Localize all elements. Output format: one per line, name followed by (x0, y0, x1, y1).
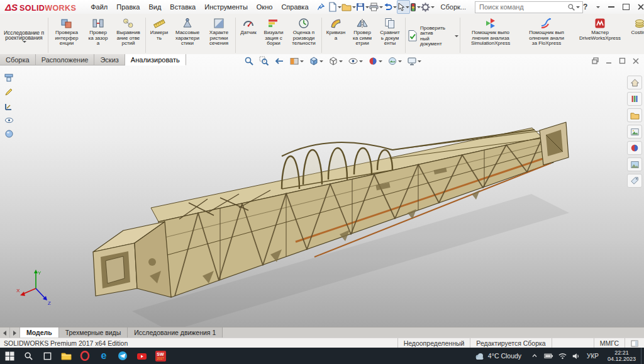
curvature-button[interactable]: Кривизн а (323, 15, 348, 55)
battery-icon[interactable] (541, 348, 555, 364)
mass-properties-icon (181, 16, 194, 30)
measure-icon (153, 16, 165, 30)
telegram-icon[interactable] (113, 348, 132, 364)
status-bar: SOLIDWORKS Premium 2017 x64 Edition Недо… (0, 338, 644, 348)
section-properties-button[interactable]: Характе ристики сечения (204, 15, 234, 55)
search-input[interactable] (478, 3, 567, 11)
check-active-document-button[interactable]: Проверить актив ный документ (407, 15, 458, 55)
help-dropdown-icon[interactable] (596, 6, 600, 8)
sensor-button[interactable]: Датчик (237, 15, 260, 55)
simulationxpress-button[interactable]: Помощник выпо лнения анализа SimulationX… (462, 15, 519, 55)
search-icon[interactable] (567, 3, 575, 11)
minimize-button[interactable] (608, 6, 614, 8)
driveworksxpress-icon (594, 16, 606, 30)
measure-button[interactable]: Измери ть (147, 15, 171, 55)
product-edition-label: SOLIDWORKS Premium 2017 x64 Edition (4, 339, 128, 347)
symmetry-check-icon (356, 16, 369, 30)
tab-3d-views[interactable]: Трехмерные виды (59, 327, 128, 338)
design-study-dropdown-icon[interactable] (23, 41, 26, 43)
mass-properties-button[interactable]: Массовые характери стики (171, 15, 204, 55)
print-button[interactable] (369, 1, 383, 13)
open-button[interactable] (341, 1, 356, 13)
svg-text:Y: Y (38, 270, 42, 276)
menu-insert[interactable]: Вставка (165, 0, 200, 14)
clearance-check-button[interactable]: Провер ка зазор а (84, 15, 113, 55)
edge-icon[interactable]: e (94, 348, 113, 364)
model-canvas[interactable]: Y X Z (0, 54, 644, 327)
language-indicator[interactable]: УКР (583, 353, 602, 360)
svg-text:Z: Z (48, 300, 51, 306)
design-study-button[interactable]: Исследование п роектирования (1, 15, 47, 55)
compare-documents-icon (384, 16, 396, 30)
assembly-visualization-button[interactable]: Визуали зация с борки (260, 15, 287, 55)
solidworks-logo: ΔSSOLIDWORKS (5, 2, 76, 13)
task-pane-toggle-icon[interactable] (625, 338, 644, 348)
windows-taskbar: e SW2017 4°C Cloudy УКР 22:21 04.12.2023 (0, 348, 644, 364)
simulationxpress-icon (484, 16, 497, 30)
editing-mode-status: Редактируется Сборка (470, 338, 551, 348)
floxpress-button[interactable]: Помощник вып олнения анали за FloXpress (519, 15, 574, 55)
section-properties-icon (213, 16, 225, 30)
units-selector[interactable]: ММГС (594, 338, 625, 348)
menu-window[interactable]: Окно (252, 0, 277, 14)
costing-icon (633, 16, 644, 30)
svg-text:X: X (16, 288, 20, 293)
sensor-icon (242, 16, 255, 30)
tab-scroll-left[interactable] (0, 327, 10, 338)
taskbar-clock[interactable]: 22:21 04.12.2023 (602, 350, 641, 362)
menu-file[interactable]: Файл (86, 0, 112, 14)
rebuild-button[interactable] (410, 1, 421, 13)
taskbar-date: 04.12.2023 (608, 356, 636, 362)
graphics-viewport[interactable]: Сборка Расположение Эскиз Анализировать (0, 54, 644, 327)
floxpress-icon (540, 16, 553, 30)
ds-logo-mark: ΔS (5, 2, 18, 13)
save-button[interactable] (356, 1, 369, 13)
youtube-icon[interactable] (132, 348, 151, 364)
command-search[interactable] (475, 1, 583, 13)
tab-motion-study[interactable]: Исследование движения 1 (128, 327, 223, 338)
help-button[interactable]: ? (583, 3, 587, 11)
taskbar-search-icon[interactable] (19, 348, 38, 364)
opera-icon[interactable] (75, 348, 94, 364)
command-manager-ribbon: Исследование п роектирования Проверка ин… (0, 14, 644, 56)
select-tool-button[interactable] (397, 0, 410, 14)
hole-alignment-button[interactable]: Выравнив ание отве рстий (113, 15, 144, 55)
menu-help[interactable]: Справка (277, 0, 313, 14)
check-active-document-icon (407, 30, 418, 43)
pin-menu-icon[interactable] (317, 3, 325, 11)
performance-evaluation-button[interactable]: Оценка п роизводи тельности (287, 15, 320, 55)
show-desktop-button[interactable] (641, 348, 644, 364)
driveworksxpress-button[interactable]: Мастер DriveWorksXpress (574, 15, 626, 55)
weather-widget[interactable]: 4°C Cloudy (468, 352, 528, 360)
document-title: Сборк... (441, 3, 466, 11)
costing-button[interactable]: Costing (626, 15, 644, 55)
new-document-button[interactable] (328, 1, 341, 13)
interference-check-button[interactable]: Проверка интерфер енции (50, 15, 84, 55)
solidworks-taskbar-icon[interactable]: SW2017 (151, 348, 170, 364)
menu-tools[interactable]: Инструменты (200, 0, 252, 14)
interference-check-icon (60, 16, 73, 30)
tray-chevron-icon[interactable] (528, 348, 541, 364)
tab-model[interactable]: Модель (20, 327, 59, 338)
constraint-status: Недоопределенный (397, 338, 470, 348)
tab-scroll-right[interactable] (10, 327, 20, 338)
undo-button[interactable] (383, 1, 397, 13)
restore-button[interactable] (623, 4, 630, 10)
close-button[interactable] (638, 4, 644, 10)
hole-alignment-icon (122, 16, 135, 30)
menu-view[interactable]: Вид (144, 0, 165, 14)
taskbar-file-explorer-icon[interactable] (57, 348, 75, 364)
menu-edit[interactable]: Правка (112, 0, 144, 14)
check-active-dropdown-icon[interactable] (455, 35, 458, 37)
volume-icon[interactable] (569, 348, 583, 364)
task-view-icon[interactable] (38, 348, 57, 364)
cloud-icon (474, 352, 485, 360)
symmetry-check-button[interactable]: Провер ка симм етрии (348, 15, 376, 55)
start-button[interactable] (0, 348, 19, 364)
search-dropdown-icon[interactable] (576, 6, 580, 8)
wifi-icon[interactable] (555, 348, 569, 364)
compare-documents-button[interactable]: Сравнит ь докум енты (376, 15, 404, 55)
curvature-icon (330, 16, 342, 30)
status-spacer (552, 338, 594, 348)
options-gear-button[interactable] (421, 1, 435, 13)
